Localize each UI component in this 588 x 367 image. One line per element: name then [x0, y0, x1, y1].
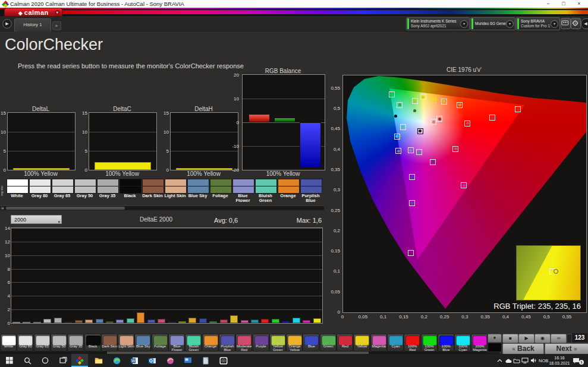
palette-tile[interactable]: Blue Flower: [168, 334, 185, 352]
palette-tile[interactable]: Dark Skin: [101, 334, 118, 352]
palette-tile[interactable]: Yellow: [353, 334, 370, 352]
deltae-formula-select[interactable]: 2000 ▾: [11, 215, 62, 224]
palette-tile[interactable]: 100% Red: [404, 334, 420, 352]
y-tick-label: 20: [229, 72, 239, 78]
palette-tile[interactable]: Light Skin: [118, 334, 134, 352]
meter-dropdown-icon[interactable]: ▾: [460, 20, 468, 28]
palette-tile[interactable]: 100% Blue: [438, 334, 454, 352]
cortana-button[interactable]: [37, 354, 54, 367]
palette-tile[interactable]: Black: [84, 334, 101, 352]
close-button[interactable]: ×: [571, 0, 587, 8]
swatch-cell[interactable]: Gray 35: [96, 178, 118, 205]
pattern-window-button[interactable]: ●: [488, 334, 502, 343]
palette-tile[interactable]: Yellow Green: [269, 334, 286, 352]
palette-tile[interactable]: Red: [337, 334, 353, 352]
display-selector[interactable]: Sony BRAVIA Custom for Pro 1 ▾: [516, 17, 560, 30]
swatch-cell[interactable]: Gray 80: [29, 178, 51, 205]
palette-label: Gray 50: [51, 345, 67, 349]
palette-tile[interactable]: Gray 80: [17, 334, 33, 352]
taskbar-calman-button[interactable]: [71, 354, 88, 367]
network-display-icon[interactable]: [521, 354, 529, 367]
swatch-cell[interactable]: Black: [119, 178, 141, 205]
tray-clock[interactable]: 16.16 18.03.2021: [548, 355, 571, 366]
media-app-button[interactable]: [215, 354, 232, 367]
read-continuous-button[interactable]: ◉: [534, 334, 551, 343]
strip-scroll-left-icon[interactable]: ◀: [1, 207, 4, 210]
palette-tile[interactable]: Cyan: [387, 334, 404, 352]
palette-tile[interactable]: White: [0, 334, 17, 352]
task-view-button[interactable]: [55, 354, 71, 367]
swatch-cell[interactable]: Gray 50: [74, 178, 96, 205]
swatch-cell[interactable]: Purplish Blue: [300, 178, 322, 205]
paint3d-button[interactable]: [162, 354, 178, 367]
palette-tile[interactable]: Green: [320, 334, 337, 352]
swatch-cell[interactable]: White: [6, 178, 28, 205]
palette-tile[interactable]: 100% Green: [421, 334, 438, 352]
palette-tile[interactable]: Purple: [253, 334, 269, 352]
display-dropdown-icon[interactable]: ▾: [551, 20, 558, 28]
meter-selector[interactable]: Klein Instruments K Series Sony A90J apr…: [406, 17, 470, 30]
start-button[interactable]: [1, 354, 18, 367]
palette-tile[interactable]: Orange Yellow: [286, 334, 303, 352]
swatch-cell[interactable]: Orange: [277, 178, 299, 205]
palette-tile[interactable]: Gray 35: [67, 334, 84, 352]
notification-center-button[interactable]: [573, 354, 580, 367]
file-explorer-button[interactable]: [90, 354, 107, 367]
palette-tile[interactable]: Blue Sky: [134, 334, 151, 352]
deltah-xlabel: 100% Yellow: [170, 170, 237, 177]
swatch-cell[interactable]: Bluish Green: [254, 178, 276, 205]
palette-tile[interactable]: Bluish Green: [185, 334, 202, 352]
swatch-cell[interactable]: Blue Flower: [232, 178, 254, 205]
keypad-button[interactable]: [561, 18, 571, 29]
language-indicator[interactable]: NOB: [539, 354, 548, 367]
word-button[interactable]: W: [126, 354, 143, 367]
swatch-cell[interactable]: Dark Skin: [142, 178, 163, 205]
back-button[interactable]: « Back: [502, 343, 544, 355]
next-button[interactable]: Next »: [545, 343, 588, 355]
tab-scroll-button[interactable]: ▶: [52, 21, 61, 30]
palette-tile[interactable]: 100% Cyan: [454, 334, 471, 352]
notes-app-button[interactable]: [197, 354, 214, 367]
panel-collapse-button[interactable]: ◀: [581, 18, 588, 29]
x-tick-label: 0,25: [440, 314, 449, 319]
strip-scrollbar[interactable]: ◀: [0, 205, 324, 210]
swatch-cell[interactable]: Foliage: [209, 178, 231, 205]
read-series-button[interactable]: ▶: [518, 334, 534, 343]
palette-tile[interactable]: Gray 50: [51, 334, 67, 352]
session-menu-button[interactable]: ▶: [2, 19, 12, 29]
palette-tile[interactable]: 100% Magenta: [471, 334, 488, 352]
delta-bar: [95, 162, 151, 170]
taskbar-search-button[interactable]: [19, 354, 36, 367]
palette-tile[interactable]: Magenta: [370, 334, 387, 352]
main-toolbar: ▶ History 1 ▶ Klein Instruments K Series…: [0, 16, 588, 31]
stop-button[interactable]: ■: [502, 334, 518, 343]
speaker-icon[interactable]: [530, 354, 537, 367]
source-dropdown-icon[interactable]: ▾: [506, 20, 514, 28]
source-selector[interactable]: Murideo 6G Generator ▾: [470, 17, 515, 30]
monitor-app-icon: [184, 357, 192, 364]
palette-label: Purple: [253, 345, 269, 349]
outlook-button[interactable]: [144, 354, 161, 367]
onedrive-cloud-icon[interactable]: [505, 354, 512, 367]
swatch-cell[interactable]: Light Skin: [164, 178, 186, 205]
strip-scroll-thumb[interactable]: [6, 207, 125, 210]
logo-dropdown-icon[interactable]: ▾: [55, 10, 60, 15]
edge-button[interactable]: [108, 354, 125, 367]
divider-button[interactable]: [567, 334, 572, 343]
palette-tile[interactable]: Blue: [303, 334, 319, 352]
swatch-cell[interactable]: Blue Sky: [187, 178, 209, 205]
palette-tile[interactable]: Moderate Red: [235, 334, 252, 352]
palette-tile[interactable]: Gray 65: [34, 334, 51, 352]
palette-tile[interactable]: Orange: [202, 334, 219, 352]
palette-tile[interactable]: Foliage: [152, 334, 168, 352]
swatch-cell[interactable]: Gray 65: [51, 178, 73, 205]
loop-button[interactable]: ∞: [551, 334, 567, 343]
palette-tile[interactable]: Purplish Blue: [219, 334, 235, 352]
minimize-button[interactable]: −: [540, 0, 556, 8]
tab-history-1[interactable]: History 1: [14, 18, 51, 31]
settings-button[interactable]: [571, 18, 581, 29]
cloud-folder-icon[interactable]: [513, 354, 520, 367]
maximize-button[interactable]: □: [556, 0, 571, 8]
tray-chevron-icon[interactable]: [497, 354, 502, 367]
screen-app-button[interactable]: [180, 354, 196, 367]
